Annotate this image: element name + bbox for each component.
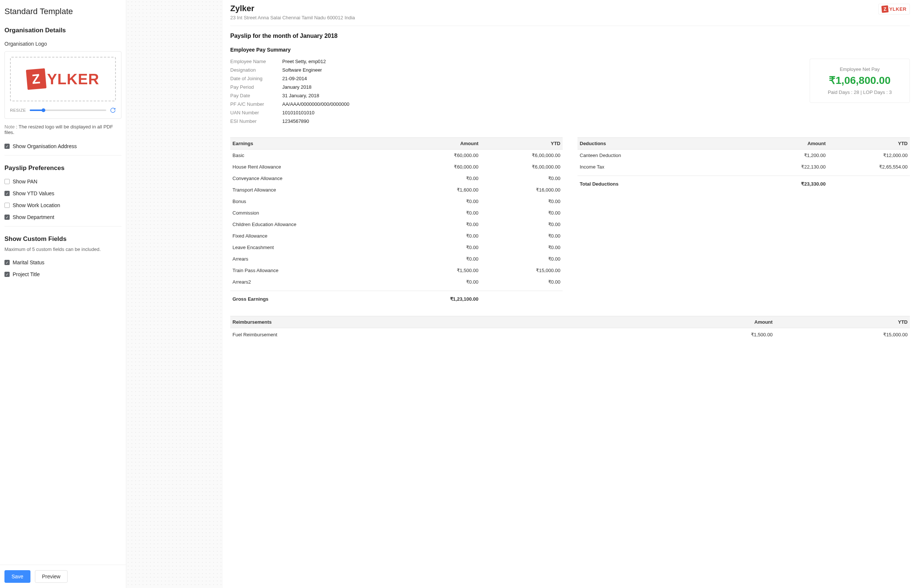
gross-amount: ₹1,23,100.00 [397, 296, 479, 302]
summary-field: Pay PeriodJanuary 2018 [230, 84, 802, 90]
earnings-heading: Earnings [233, 141, 397, 146]
mini-logo: Z YLKER [878, 4, 910, 15]
table-row: Train Pass Allowance₹1,500.00₹15,000.00 [230, 265, 563, 276]
pref-checkbox-2[interactable]: Show Work Location [5, 202, 122, 208]
payslip-title: Payslip for the month of January 2018 [230, 32, 910, 39]
settings-panel: Standard Template Organisation Details O… [0, 0, 126, 588]
summary-field: Employee NamePreet Setty, emp012 [230, 58, 802, 64]
reimb-col-ytd: YTD [773, 319, 908, 325]
org-details-heading: Organisation Details [5, 27, 122, 34]
canvas-gap [126, 0, 223, 588]
summary-field: Pay Date31 January, 2018 [230, 93, 802, 98]
resize-label: RESIZE [10, 108, 26, 112]
table-row: Fuel Reimbursement₹1,500.00₹15,000.00 [230, 328, 910, 341]
show-address-checkbox[interactable]: ✓ Show Organisation Address [5, 143, 122, 149]
summary-value: 101010101010 [282, 110, 314, 115]
table-row: Leave Encashment₹0.00₹0.00 [230, 242, 563, 253]
summary-key: PF A/C Number [230, 101, 282, 107]
netpay-amount: ₹1,06,800.00 [821, 74, 898, 86]
summary-key: Employee Name [230, 58, 282, 64]
note-label: Note [5, 124, 15, 130]
resize-row: RESIZE [10, 107, 116, 113]
deductions-col-ytd: YTD [825, 141, 908, 146]
checkbox-icon: ✓ [5, 272, 10, 277]
logo-dropzone[interactable]: Z YLKER [10, 57, 116, 101]
summary-field: DesignationSoftware Engineer [230, 67, 802, 73]
save-button[interactable]: Save [5, 570, 31, 583]
deductions-heading: Deductions [580, 141, 744, 146]
table-row: Arrears₹0.00₹0.00 [230, 253, 563, 265]
settings-scroll: Standard Template Organisation Details O… [0, 0, 126, 565]
custom-checkbox-0[interactable]: ✓Marital Status [5, 260, 122, 265]
table-row: House Rent Allowance₹60,000.00₹6,00,000.… [230, 161, 563, 172]
reimb-head: Reimbursements Amount YTD [230, 316, 910, 328]
payslip-header: Zylker 23 Int Street Anna Salai Chennai … [230, 4, 910, 26]
footer-bar: Save Preview [0, 565, 126, 588]
table-row: Income Tax₹22,130.00₹2,65,554.00 [578, 161, 910, 172]
table-row: Canteen Deduction₹1,200.00₹12,000.00 [578, 149, 910, 161]
earnings-table: Earnings Amount YTD Basic₹60,000.00₹6,00… [230, 137, 563, 307]
pref-checkbox-0[interactable]: Show PAN [5, 179, 122, 185]
summary-field: PF A/C NumberAA/AAA/0000000/000/0000000 [230, 101, 802, 107]
total-deductions-label: Total Deductions [580, 181, 744, 187]
payslip-preview: Zylker 23 Int Street Anna Salai Chennai … [223, 0, 921, 588]
table-row: Children Education Allowance₹0.00₹0.00 [230, 219, 563, 230]
checkbox-icon: ✓ [5, 191, 10, 196]
table-row: Fixed Allowance₹0.00₹0.00 [230, 230, 563, 242]
pref-checkbox-3[interactable]: ✓Show Department [5, 214, 122, 220]
prefs-heading: Payslip Preferences [5, 164, 122, 172]
earnings-col-ytd: YTD [478, 141, 560, 146]
org-name: Zylker [230, 4, 355, 13]
summary-row: Employee NamePreet Setty, emp012Designat… [230, 58, 910, 127]
checkbox-icon [5, 203, 10, 208]
org-details-section: Organisation Details Organisation Logo Z… [5, 27, 122, 149]
summary-value: 21-09-2014 [282, 76, 307, 81]
summary-value: Software Engineer [282, 67, 322, 73]
table-row: Basic₹60,000.00₹6,00,000.00 [230, 149, 563, 161]
resize-note: Note : The resized logo will be displaye… [5, 124, 122, 135]
summary-title: Employee Pay Summary [230, 47, 910, 53]
resize-slider[interactable] [30, 109, 106, 111]
checkbox-icon: ✓ [5, 144, 10, 149]
org-address: 23 Int Street Anna Salai Chennai Tamil N… [230, 15, 355, 20]
logo-text-rest: YLKER [47, 71, 99, 88]
pref-checkbox-2-label: Show Work Location [13, 202, 60, 208]
checkbox-icon: ✓ [5, 214, 10, 220]
refresh-icon[interactable] [110, 107, 116, 113]
deductions-col-amount: Amount [744, 141, 826, 146]
table-row: Arrears2₹0.00₹0.00 [230, 276, 563, 288]
summary-key: ESI Number [230, 119, 282, 124]
summary-field: Date of Joining21-09-2014 [230, 76, 802, 81]
org-logo-label: Organisation Logo [5, 41, 122, 47]
pref-checkbox-1[interactable]: ✓Show YTD Values [5, 190, 122, 197]
logo-preview: Z YLKER [27, 69, 99, 89]
logo-card: Z YLKER RESIZE [5, 51, 122, 119]
netpay-label: Employee Net Pay [821, 67, 898, 72]
checkbox-icon [5, 179, 10, 184]
table-row: Bonus₹0.00₹0.00 [230, 196, 563, 207]
summary-field: ESI Number1234567890 [230, 119, 802, 124]
reimb-heading: Reimbursements [233, 319, 638, 325]
summary-key: Pay Date [230, 93, 282, 98]
tables-row: Earnings Amount YTD Basic₹60,000.00₹6,00… [230, 137, 910, 307]
summary-fields: Employee NamePreet Setty, emp012Designat… [230, 58, 802, 127]
payslip-prefs-section: Payslip Preferences Show PAN✓Show YTD Va… [5, 155, 122, 220]
pref-checkbox-0-label: Show PAN [13, 179, 37, 185]
summary-value: Preet Setty, emp012 [282, 58, 326, 64]
preview-button[interactable]: Preview [35, 570, 68, 583]
mini-z-icon: Z [882, 5, 889, 13]
summary-value: AA/AAA/0000000/000/0000000 [282, 101, 350, 107]
table-row: Conveyance Allowance₹0.00₹0.00 [230, 172, 563, 184]
custom-fields-section: Show Custom Fields Maximum of 5 custom f… [5, 226, 122, 277]
summary-value: January 2018 [282, 84, 312, 90]
netpay-days: Paid Days : 28 | LOP Days : 3 [821, 89, 898, 95]
summary-value: 31 January, 2018 [282, 93, 319, 98]
pref-checkbox-3-label: Show Department [13, 214, 54, 220]
summary-value: 1234567890 [282, 119, 309, 124]
gross-label: Gross Earnings [233, 296, 397, 302]
summary-key: Designation [230, 67, 282, 73]
custom-heading: Show Custom Fields [5, 236, 122, 243]
custom-checkbox-1[interactable]: ✓Project Title [5, 271, 122, 277]
custom-hint: Maximum of 5 custom fields can be includ… [5, 247, 122, 252]
custom-checkbox-0-label: Marital Status [13, 260, 45, 265]
